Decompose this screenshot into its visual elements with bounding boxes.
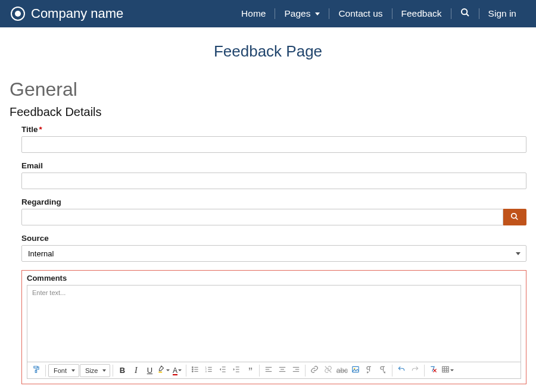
strikethrough-button[interactable]: abc bbox=[335, 364, 348, 377]
highlight-icon bbox=[157, 365, 166, 375]
search-icon bbox=[460, 8, 470, 20]
clear-format-button[interactable] bbox=[427, 364, 440, 377]
field-comments: Comments Enter text... Font Size bbox=[21, 270, 526, 384]
rtl-button[interactable] bbox=[376, 364, 389, 377]
eraser-icon bbox=[429, 365, 438, 375]
table-button[interactable] bbox=[441, 364, 454, 377]
unlink-button[interactable] bbox=[322, 364, 335, 377]
align-right-button[interactable] bbox=[289, 364, 303, 377]
highlight-button[interactable] bbox=[157, 364, 170, 377]
image-button[interactable] bbox=[349, 364, 362, 377]
undo-button[interactable] bbox=[395, 364, 408, 377]
font-color-button[interactable]: A bbox=[170, 364, 183, 377]
chevron-down-icon bbox=[178, 369, 182, 371]
underline-button[interactable]: U bbox=[143, 364, 156, 377]
ltr-button[interactable] bbox=[363, 364, 376, 377]
regarding-input[interactable] bbox=[21, 209, 503, 225]
field-regarding: Regarding bbox=[10, 197, 526, 225]
nav-signin[interactable]: Sign in bbox=[479, 8, 525, 19]
search-icon bbox=[510, 212, 519, 222]
indent-button[interactable] bbox=[230, 364, 243, 377]
format-painter-button[interactable] bbox=[30, 364, 43, 377]
ltr-icon bbox=[365, 365, 373, 375]
outdent-icon bbox=[219, 365, 227, 375]
editor-toolbar: Font Size B I U A bbox=[27, 362, 521, 378]
required-indicator: * bbox=[39, 125, 42, 134]
svg-point-5 bbox=[192, 367, 194, 368]
regarding-input-group bbox=[21, 209, 526, 225]
svg-point-2 bbox=[512, 213, 516, 218]
nav-home[interactable]: Home bbox=[232, 8, 275, 19]
brand[interactable]: Company name bbox=[11, 6, 123, 21]
svg-line-1 bbox=[466, 14, 469, 16]
navbar: Company name Home Pages Contact us Feedb… bbox=[0, 0, 536, 27]
size-dropdown[interactable]: Size bbox=[80, 364, 110, 377]
content: General Feedback Details Title* Email Re… bbox=[0, 79, 536, 392]
size-label: Size bbox=[85, 367, 98, 374]
bulleted-list-button[interactable] bbox=[189, 364, 202, 377]
redo-button[interactable] bbox=[409, 364, 422, 377]
list-ul-icon bbox=[191, 365, 200, 375]
chevron-down-icon bbox=[450, 369, 454, 371]
numbered-list-button[interactable]: 123 bbox=[202, 364, 216, 377]
rtl-icon bbox=[379, 365, 387, 375]
svg-rect-4 bbox=[35, 371, 36, 373]
source-label: Source bbox=[21, 234, 526, 243]
toolbar-separator bbox=[259, 365, 260, 377]
quote-icon: ” bbox=[248, 365, 253, 375]
email-input[interactable] bbox=[21, 173, 526, 189]
italic-button[interactable]: I bbox=[129, 364, 142, 377]
rich-text-editor: Enter text... Font Size B I bbox=[27, 285, 521, 379]
align-center-icon bbox=[278, 365, 286, 375]
title-label: Title* bbox=[21, 125, 526, 134]
paint-roller-icon bbox=[32, 365, 40, 375]
font-color-icon: A bbox=[173, 366, 177, 375]
toolbar-separator bbox=[305, 365, 306, 377]
align-right-icon bbox=[292, 365, 300, 375]
chevron-down-icon bbox=[166, 369, 170, 371]
title-input[interactable] bbox=[21, 136, 526, 153]
svg-text:3: 3 bbox=[205, 370, 207, 373]
source-select-wrap: Internal bbox=[21, 245, 526, 262]
font-label: Font bbox=[54, 367, 67, 374]
list-ol-icon: 123 bbox=[205, 365, 213, 375]
table-icon bbox=[441, 365, 450, 375]
unlink-icon bbox=[324, 365, 332, 375]
nav-search[interactable] bbox=[451, 8, 479, 20]
toolbar-separator bbox=[45, 365, 46, 377]
strikethrough-icon: abc bbox=[336, 366, 348, 375]
brand-logo-icon bbox=[11, 7, 25, 21]
page-title: Feedback Page bbox=[0, 42, 536, 61]
blockquote-button[interactable]: ” bbox=[244, 364, 257, 377]
nav-contact[interactable]: Contact us bbox=[329, 8, 391, 19]
chevron-down-icon bbox=[71, 369, 75, 372]
font-dropdown[interactable]: Font bbox=[48, 364, 79, 377]
svg-line-3 bbox=[516, 217, 518, 219]
field-title: Title* bbox=[10, 125, 526, 153]
field-source: Source Internal bbox=[10, 234, 526, 262]
source-select[interactable]: Internal bbox=[21, 245, 526, 262]
svg-point-7 bbox=[192, 369, 194, 370]
bold-button[interactable]: B bbox=[116, 364, 129, 377]
nav-right: Home Pages Contact us Feedback Sign in bbox=[232, 8, 525, 20]
align-left-button[interactable] bbox=[262, 364, 275, 377]
nav-feedback[interactable]: Feedback bbox=[392, 8, 451, 19]
outdent-button[interactable] bbox=[216, 364, 229, 377]
redo-icon bbox=[411, 365, 419, 375]
heading-details: Feedback Details bbox=[10, 105, 526, 119]
chevron-down-icon bbox=[315, 12, 320, 15]
svg-point-9 bbox=[192, 371, 194, 372]
toolbar-separator bbox=[113, 365, 113, 377]
image-icon bbox=[351, 365, 360, 375]
comments-textarea[interactable]: Enter text... bbox=[27, 286, 521, 362]
align-center-button[interactable] bbox=[276, 364, 289, 377]
email-label: Email bbox=[21, 161, 526, 170]
toolbar-separator bbox=[424, 365, 425, 377]
link-button[interactable] bbox=[308, 364, 321, 377]
comments-label: Comments bbox=[27, 274, 521, 283]
nav-pages-label: Pages bbox=[284, 8, 310, 19]
regarding-lookup-button[interactable] bbox=[503, 209, 526, 225]
svg-point-0 bbox=[462, 9, 467, 14]
link-icon bbox=[310, 365, 319, 375]
nav-pages[interactable]: Pages bbox=[275, 8, 329, 19]
